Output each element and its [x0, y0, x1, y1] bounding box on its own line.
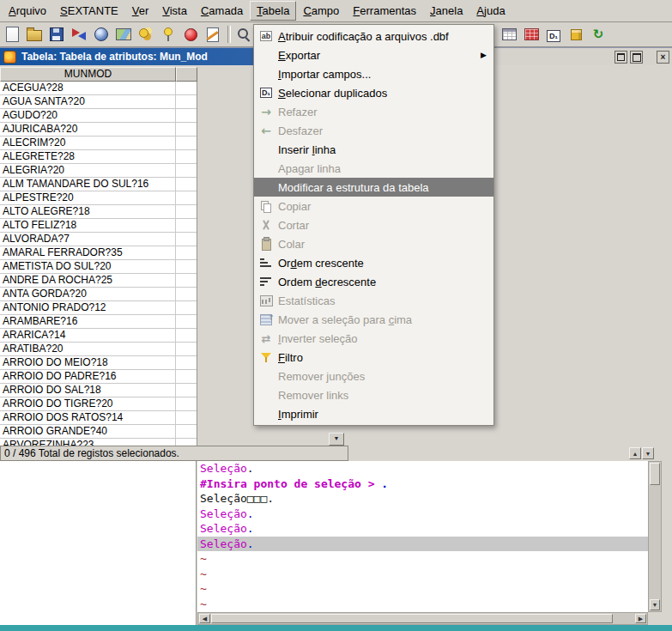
- menu-sextante[interactable]: SEXTANTE: [53, 1, 125, 21]
- menu-item-label: Exportar: [278, 49, 320, 62]
- open-project-icon[interactable]: [24, 24, 45, 45]
- pin-icon[interactable]: [158, 24, 179, 45]
- maximize-button[interactable]: [630, 51, 643, 64]
- selected-rows-icon[interactable]: [521, 24, 542, 45]
- map-view-icon[interactable]: [113, 24, 134, 45]
- menu-item-selecionar-duplicados[interactable]: Selecionar duplicados: [254, 83, 493, 102]
- console-output[interactable]: Seleção.#Insira ponto de seleção > .Sele…: [197, 461, 648, 612]
- table-row[interactable]: ARROIO DO PADRE?16: [0, 370, 197, 384]
- table-row[interactable]: ARATIBA?20: [0, 343, 197, 356]
- new-document-icon[interactable]: [2, 24, 22, 45]
- tabela-menu: Atribuir codificação a arquivos .dbfExpo…: [253, 24, 494, 426]
- scrollbar-corner: [648, 612, 662, 625]
- menu-item-atribuir-codificacao-a-arquivos-dbf[interactable]: Atribuir codificação a arquivos .dbf: [254, 27, 493, 46]
- table-row[interactable]: AMARAL FERRADOR?35: [0, 246, 197, 260]
- menu-arquivo[interactable]: Arquivo: [2, 1, 53, 21]
- console-text-segment: #Insira ponto de seleção >: [200, 477, 381, 490]
- toolbar-right-group: [499, 24, 610, 45]
- select-duplicates-icon[interactable]: [543, 24, 564, 45]
- menu-item-exportar[interactable]: Exportar▶: [254, 46, 493, 64]
- minimize-button[interactable]: [614, 51, 627, 64]
- clock-icon[interactable]: [180, 24, 201, 45]
- scrollbar-down-button[interactable]: ▼: [650, 599, 660, 610]
- column-header-munmod[interactable]: MUNMOD: [0, 67, 176, 82]
- save-project-glyph: [50, 27, 64, 41]
- scrollbar-left-button[interactable]: ◀: [199, 614, 210, 623]
- console-scroll-up-button[interactable]: ▲: [629, 447, 641, 459]
- table-row[interactable]: ALEGRETE?28: [0, 150, 197, 164]
- table-row[interactable]: ARROIO GRANDE?40: [0, 425, 197, 439]
- table-row[interactable]: ARROIO DO SAL?18: [0, 384, 197, 397]
- menu-campo[interactable]: Campo: [296, 1, 346, 21]
- menu-item-filtro[interactable]: Filtro: [254, 348, 493, 367]
- console-line: Seleção.: [197, 521, 648, 537]
- edit-table-icon[interactable]: [499, 24, 519, 45]
- menu-item-ordem-decrescente[interactable]: Ordem decrescente: [254, 272, 493, 291]
- table-row[interactable]: AGUDO?20: [0, 109, 197, 123]
- globe-icon[interactable]: [91, 24, 112, 45]
- table-row[interactable]: ANTONIO PRADO?12: [0, 301, 197, 315]
- icon-slot: [257, 161, 275, 176]
- table-row[interactable]: ARROIO DOS RATOS?14: [0, 411, 197, 425]
- table-row[interactable]: AGUA SANTA?20: [0, 95, 197, 109]
- menu-camada[interactable]: Camada: [194, 1, 250, 21]
- console-text-segment: Seleção□□□.: [200, 492, 274, 505]
- table-row[interactable]: ANDRE DA ROCHA?25: [0, 274, 197, 288]
- save-project-icon[interactable]: [46, 24, 67, 45]
- paste-icon: [257, 236, 275, 252]
- console-line: Seleção.: [197, 507, 648, 522]
- scrollbar-right-button[interactable]: ▶: [635, 614, 646, 623]
- menu-tabela[interactable]: Tabela: [250, 1, 296, 21]
- console-horizontal-scrollbar[interactable]: ◀ ▶: [197, 612, 648, 625]
- table-row[interactable]: ALVORADA?7: [0, 233, 197, 246]
- menu-item-label: Inverter seleção: [278, 332, 358, 345]
- table-row[interactable]: ALTO FELIZ?18: [0, 219, 197, 233]
- table-row[interactable]: ACEGUA?28: [0, 82, 197, 95]
- console-line: ~: [197, 551, 648, 567]
- cube-icon[interactable]: [566, 24, 586, 45]
- table-row[interactable]: ARROIO DO TIGRE?20: [0, 397, 197, 411]
- table-row[interactable]: ALECRIM?20: [0, 137, 197, 150]
- table-row[interactable]: ALM TAMANDARE DO SUL?16: [0, 178, 197, 191]
- menu-item-remover-links: Remover links: [254, 385, 493, 404]
- console-scroll-down-button[interactable]: ▼: [642, 447, 654, 459]
- dup-icon: [257, 85, 275, 100]
- console-text-segment: .: [247, 507, 254, 520]
- menu-item-label: Ordem decrescente: [278, 276, 376, 288]
- table-row[interactable]: ALPESTRE?20: [0, 191, 197, 205]
- coins-icon[interactable]: [136, 24, 156, 45]
- table-row[interactable]: ARAMBARE?16: [0, 315, 197, 329]
- table-row[interactable]: AJURICABA?20: [0, 123, 197, 137]
- table-row[interactable]: ARROIO DO MEIO?18: [0, 356, 197, 370]
- menu-item-label: Selecionar duplicados: [278, 87, 387, 100]
- console-vertical-scrollbar[interactable]: ▼: [648, 461, 662, 612]
- menu-item-modificar-a-estrutura-da-tabela[interactable]: Modificar a estrutura da tabela: [254, 178, 493, 197]
- menu-janela[interactable]: Janela: [423, 1, 469, 21]
- console-line: ~: [197, 567, 648, 582]
- table-row[interactable]: AMETISTA DO SUL?20: [0, 260, 197, 274]
- redo-icon: [257, 104, 275, 119]
- table-row[interactable]: ARVOREZINHA?23: [0, 439, 197, 446]
- menu-vista[interactable]: Vista: [155, 1, 194, 21]
- zoom-icon[interactable]: [233, 24, 254, 45]
- record-dropdown-button[interactable]: ▼: [329, 433, 344, 446]
- close-button[interactable]: ×: [657, 51, 669, 64]
- table-row[interactable]: ANTA GORDA?20: [0, 288, 197, 301]
- table-row[interactable]: ALTO ALEGRE?18: [0, 205, 197, 219]
- table-row[interactable]: ARARICA?14: [0, 329, 197, 343]
- window-controls: ×: [612, 51, 669, 64]
- menu-ferramentas[interactable]: Ferramentas: [346, 1, 423, 21]
- menu-item-ordem-crescente[interactable]: Ordem crescente: [254, 253, 493, 272]
- edit-page-icon[interactable]: [203, 24, 223, 45]
- column-header-stub: [176, 67, 197, 82]
- menu-item-imprimir[interactable]: Imprimir: [254, 404, 493, 423]
- horizontal-scrollbar-thumb[interactable]: [211, 614, 613, 623]
- vertical-scrollbar-thumb[interactable]: [650, 463, 660, 485]
- menu-ver[interactable]: Ver: [125, 1, 156, 21]
- sync-icon[interactable]: [588, 24, 608, 45]
- layer-arrows-icon[interactable]: [69, 24, 89, 45]
- menu-item-importar-campos[interactable]: Importar campos...: [254, 64, 493, 83]
- table-row[interactable]: ALEGRIA?20: [0, 164, 197, 178]
- menu-ajuda[interactable]: Ajuda: [469, 1, 512, 21]
- menu-item-inserir-linha[interactable]: Inserir linha: [254, 140, 493, 159]
